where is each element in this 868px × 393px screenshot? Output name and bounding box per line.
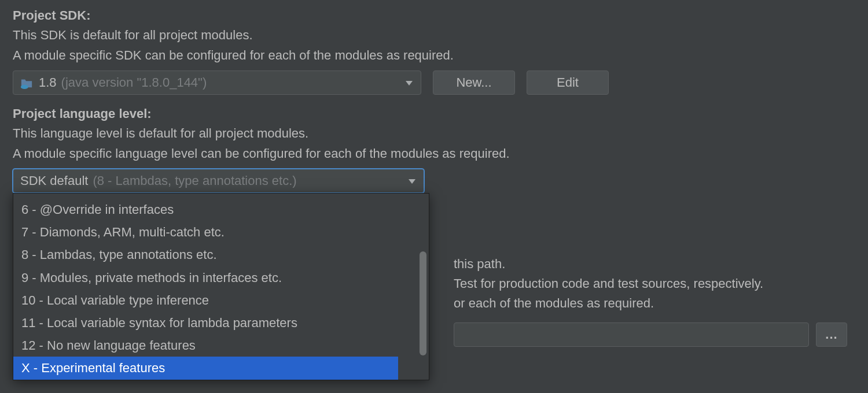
svg-point-0 — [21, 85, 28, 89]
dropdown-scrollbar[interactable] — [420, 251, 426, 355]
language-level-selected-detail: (8 - Lambdas, type annotations etc.) — [93, 173, 296, 188]
project-language-level-description-1: This language level is default for all p… — [13, 124, 855, 143]
language-level-option[interactable]: 8 - Lambdas, type annotations etc. — [13, 243, 429, 266]
language-level-option[interactable]: 12 - No new language features — [13, 334, 429, 357]
compiler-output-fragment-3: or each of the modules as required. — [454, 294, 763, 313]
language-level-option[interactable]: 6 - @Override in interfaces — [13, 198, 429, 221]
language-level-option[interactable]: 9 - Modules, private methods in interfac… — [13, 266, 429, 289]
language-level-option[interactable]: 7 - Diamonds, ARM, multi-catch etc. — [13, 221, 429, 243]
language-level-dropdown-list: 6 - @Override in interfaces7 - Diamonds,… — [13, 193, 429, 380]
language-level-option[interactable]: 11 - Local variable syntax for lambda pa… — [13, 312, 429, 334]
project-sdk-description-1: This SDK is default for all project modu… — [13, 25, 855, 45]
project-language-level-label: Project language level: — [13, 106, 855, 121]
language-level-dropdown[interactable]: SDK default (8 - Lambdas, type annotatio… — [13, 169, 424, 193]
sdk-selected-detail: (java version "1.8.0_144") — [61, 75, 207, 90]
compiler-output-fragment-1: this path. — [454, 254, 763, 274]
chevron-down-icon — [407, 173, 417, 188]
compiler-output-path-input[interactable] — [454, 322, 809, 347]
edit-sdk-button[interactable]: Edit — [527, 71, 609, 95]
project-sdk-dropdown[interactable]: 1.8 (java version "1.8.0_144") — [13, 71, 421, 95]
sdk-selected-version: 1.8 — [39, 75, 57, 90]
chevron-down-icon — [404, 75, 414, 90]
browse-path-button[interactable]: ... — [816, 322, 847, 347]
project-sdk-description-2: A module specific SDK can be configured … — [13, 46, 855, 65]
language-level-option[interactable]: X - Experimental features — [13, 357, 398, 379]
project-language-level-description-2: A module specific language level can be … — [13, 144, 855, 163]
project-sdk-label: Project SDK: — [13, 8, 855, 23]
compiler-output-fragment-2: Test for production code and test source… — [454, 274, 763, 294]
language-level-option[interactable]: 10 - Local variable type inference — [13, 289, 429, 312]
sdk-folder-icon — [20, 75, 33, 90]
new-sdk-button[interactable]: New... — [433, 71, 515, 95]
language-level-selected: SDK default — [20, 173, 88, 188]
